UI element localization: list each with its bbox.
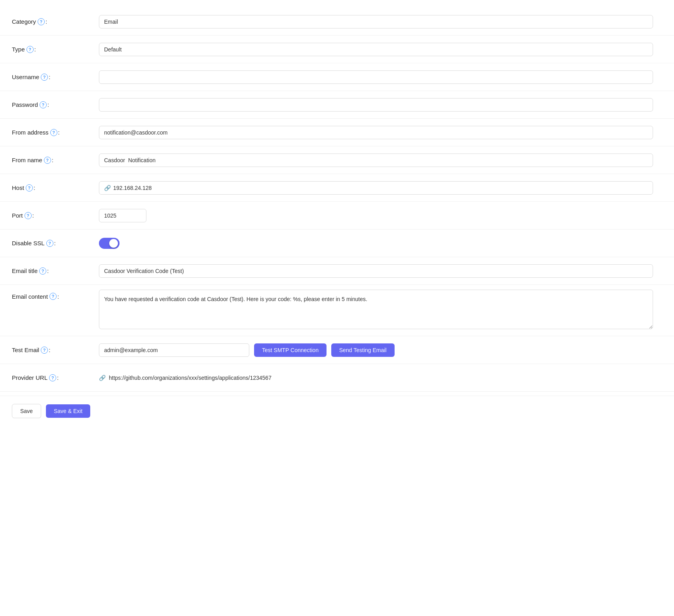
type-value-cell (91, 36, 674, 63)
toggle-slider (99, 238, 120, 249)
from-address-value-cell (91, 119, 674, 146)
username-row: Username ? : (0, 63, 674, 91)
test-email-value-cell: Test SMTP Connection Send Testing Email (91, 336, 674, 364)
email-content-label-cell: Email content ? : (0, 285, 91, 306)
email-content-textarea[interactable]: You have requested a verification code a… (99, 290, 653, 329)
password-label: Password (12, 101, 38, 108)
port-label: Port (12, 212, 23, 219)
username-value-cell (91, 63, 674, 91)
provider-url-label-cell: Provider URL ? : (0, 364, 91, 391)
email-content-label: Email content (12, 293, 48, 300)
host-value-cell: 🔗 (91, 174, 674, 201)
test-email-label: Test Email (12, 347, 39, 353)
provider-url-text: https://github.com/organizations/xxx/set… (109, 375, 271, 381)
disable-ssl-row: Disable SSL ? : (0, 229, 674, 257)
from-name-row: From name ? : (0, 146, 674, 174)
test-email-input[interactable] (99, 343, 249, 357)
provider-url-link-icon: 🔗 (99, 375, 106, 381)
email-content-value-cell: You have requested a verification code a… (91, 285, 674, 334)
email-title-input[interactable] (99, 264, 653, 278)
password-row: Password ? : (0, 91, 674, 119)
type-label-cell: Type ? : (0, 36, 91, 63)
username-label-cell: Username ? : (0, 63, 91, 91)
password-input[interactable] (99, 98, 653, 112)
type-row: Type ? : (0, 36, 674, 63)
port-help-icon[interactable]: ? (25, 212, 32, 219)
save-button[interactable]: Save (12, 404, 41, 418)
test-email-help-icon[interactable]: ? (41, 347, 48, 354)
disable-ssl-label: Disable SSL (12, 240, 45, 246)
email-content-row: Email content ? : You have requested a v… (0, 285, 674, 336)
provider-url-label: Provider URL (12, 374, 47, 381)
host-input[interactable] (113, 185, 648, 191)
from-name-input[interactable] (99, 154, 653, 167)
password-help-icon[interactable]: ? (40, 101, 47, 108)
from-address-help-icon[interactable]: ? (50, 129, 57, 136)
category-row: Category ? : (0, 8, 674, 36)
footer-bar: Save Save & Exit (0, 396, 674, 426)
type-input[interactable] (99, 43, 653, 56)
send-testing-email-button[interactable]: Send Testing Email (331, 343, 395, 357)
email-title-label-cell: Email title ? : (0, 257, 91, 284)
email-title-row: Email title ? : (0, 257, 674, 285)
password-label-cell: Password ? : (0, 91, 91, 118)
from-address-label-cell: From address ? : (0, 119, 91, 146)
from-address-row: From address ? : (0, 119, 674, 146)
test-smtp-button[interactable]: Test SMTP Connection (254, 343, 327, 357)
category-value-cell (91, 8, 674, 35)
type-label: Type (12, 46, 25, 53)
host-label: Host (12, 184, 24, 191)
provider-url-value-cell: 🔗 https://github.com/organizations/xxx/s… (91, 364, 674, 391)
port-input[interactable] (99, 209, 146, 222)
category-help-icon[interactable]: ? (38, 18, 45, 25)
page-container: Category ? : Type ? : Username ? : (0, 0, 674, 616)
category-label-cell: Category ? : (0, 8, 91, 35)
host-label-cell: Host ? : (0, 174, 91, 201)
disable-ssl-label-cell: Disable SSL ? : (0, 229, 91, 257)
email-content-help-icon[interactable]: ? (49, 293, 57, 300)
from-name-label-cell: From name ? : (0, 146, 91, 174)
test-email-label-cell: Test Email ? : (0, 336, 91, 364)
from-address-input[interactable] (99, 126, 653, 139)
save-exit-button[interactable]: Save & Exit (46, 404, 90, 418)
host-link-icon: 🔗 (104, 185, 111, 191)
test-email-controls: Test SMTP Connection Send Testing Email (99, 343, 666, 357)
host-row: Host ? : 🔗 (0, 174, 674, 202)
category-input[interactable] (99, 15, 653, 28)
host-help-icon[interactable]: ? (26, 184, 33, 191)
username-help-icon[interactable]: ? (41, 74, 48, 81)
port-row: Port ? : (0, 202, 674, 229)
type-help-icon[interactable]: ? (27, 46, 34, 53)
username-input[interactable] (99, 70, 653, 84)
test-email-row: Test Email ? : Test SMTP Connection Send… (0, 336, 674, 364)
from-name-value-cell (91, 146, 674, 174)
from-address-label: From address (12, 129, 49, 136)
provider-url-row: Provider URL ? : 🔗 https://github.com/or… (0, 364, 674, 392)
host-input-wrapper: 🔗 (99, 181, 653, 195)
disable-ssl-help-icon[interactable]: ? (46, 240, 53, 247)
port-label-cell: Port ? : (0, 202, 91, 229)
from-name-help-icon[interactable]: ? (44, 157, 51, 164)
from-name-label: From name (12, 157, 42, 163)
email-title-label: Email title (12, 267, 38, 274)
disable-ssl-value-cell (91, 229, 674, 257)
email-title-help-icon[interactable]: ? (39, 267, 46, 275)
port-value-cell (91, 202, 674, 229)
email-title-value-cell (91, 257, 674, 284)
category-label: Category (12, 18, 36, 25)
disable-ssl-toggle[interactable] (99, 238, 120, 249)
password-value-cell (91, 91, 674, 118)
provider-url-help-icon[interactable]: ? (49, 374, 56, 381)
username-label: Username (12, 74, 39, 80)
provider-url-content: 🔗 https://github.com/organizations/xxx/s… (99, 375, 653, 381)
